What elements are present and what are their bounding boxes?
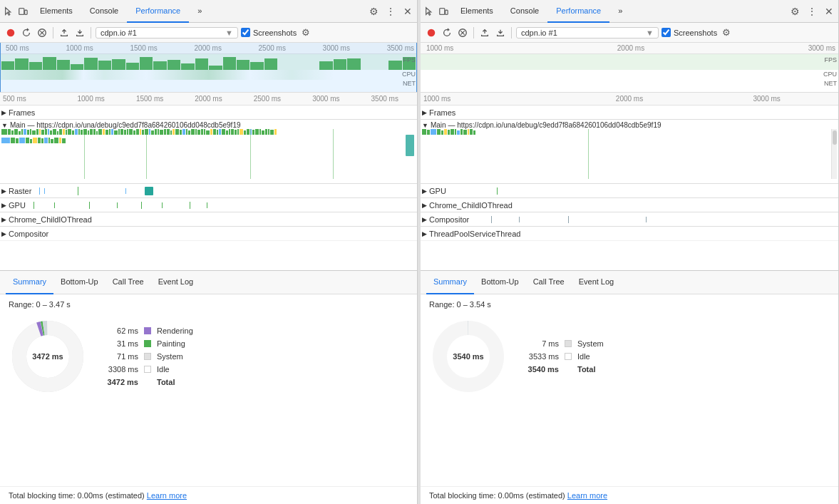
fps-label-right: FPS (824, 56, 837, 63)
screenshots-checkbox-right[interactable]: Screenshots (662, 28, 717, 37)
donut-chart-left: 3472 ms (9, 317, 87, 396)
net-bar-right: NET (421, 80, 838, 87)
upload-btn-right[interactable] (478, 26, 491, 39)
cursor-icon[interactable] (3, 6, 14, 17)
tab-more-right[interactable]: » (609, 0, 631, 23)
sep2-right (511, 27, 512, 38)
svg-rect-9 (440, 8, 445, 14)
fps-bar-right: FPS (421, 54, 838, 70)
timeline-scroll-right: 1000 ms 2000 ms 3000 ms ▶ Frames ▼ Main … (421, 93, 838, 270)
url-box-left: cdpn.io #1 ▼ (96, 27, 238, 38)
cpu-bar-left: CPU (0, 70, 417, 80)
summary-panel-right: Range: 0 – 3.54 s 3540 ms 7 ms System (421, 294, 838, 483)
detail-ruler-left: 500 ms 1000 ms 1500 ms 2000 ms 2500 ms 3… (0, 93, 417, 106)
range-text-left: Range: 0 – 3.47 s (9, 300, 408, 309)
tab-call-tree-left[interactable]: Call Tree (105, 270, 151, 294)
refresh-btn-right[interactable] (441, 26, 453, 39)
tab-console-right[interactable]: Console (502, 0, 547, 23)
learn-more-left[interactable]: Learn more (147, 491, 187, 500)
raster-chevron-left: ▶ (1, 187, 6, 195)
device-icon[interactable] (17, 6, 29, 17)
tab-call-tree-right[interactable]: Call Tree (526, 270, 572, 294)
tracks-area-left: ▶ Frames ▼ Main — https://cdpn.io/una/de… (0, 106, 417, 270)
stat-system-left: 71 ms System (104, 352, 193, 361)
main-flame-left (1, 129, 416, 179)
compositor-chevron-right: ▶ (422, 216, 427, 223)
device-icon-right[interactable] (438, 6, 449, 17)
gpu-label-left: GPU (9, 201, 26, 210)
more-icon-left[interactable]: ⋮ (384, 5, 397, 18)
tab-event-log-right[interactable]: Event Log (572, 270, 622, 294)
net-label-right: NET (824, 80, 837, 87)
capture-settings-left[interactable]: ⚙ (299, 26, 312, 39)
download-btn-left[interactable] (73, 26, 86, 39)
track-threadpool-right: ▶ ThreadPoolServiceThread (421, 227, 838, 241)
stat-system-right: 7 ms System (525, 339, 604, 348)
raster-label-left: Raster (9, 187, 31, 195)
tab-bottom-up-left[interactable]: Bottom-Up (53, 270, 105, 294)
track-chrome-child-left: ▶ Chrome_ChildIOThread (0, 212, 417, 227)
frames-chevron-right: ▶ (422, 109, 427, 116)
ruler-marks-right: 1000 ms 2000 ms 3000 ms (423, 44, 838, 52)
svg-rect-10 (446, 10, 448, 14)
tab-event-log-left[interactable]: Event Log (151, 270, 201, 294)
close-icon-right[interactable]: ✕ (823, 5, 835, 18)
gpu-chevron-right: ▶ (422, 187, 427, 195)
chrome-child-label-left: Chrome_ChildIOThread (9, 215, 92, 224)
donut-label-left: 3472 ms (32, 352, 63, 361)
settings-icon-left[interactable]: ⚙ (367, 5, 380, 18)
donut-label-right: 3540 ms (453, 352, 483, 361)
summary-stats-right: 7 ms System 3533 ms Idle 3540 ms Total (525, 339, 604, 374)
net-bar-left: NET (0, 80, 417, 87)
tab-bottom-up-right[interactable]: Bottom-Up (474, 270, 526, 294)
blocking-time-right: Total blocking time: 0.00ms (estimated) … (421, 486, 838, 504)
settings-icon-right[interactable]: ⚙ (788, 5, 801, 18)
clear-btn-left[interactable] (36, 26, 48, 39)
fps-spikes-right (421, 54, 838, 70)
more-icon-right[interactable]: ⋮ (805, 5, 818, 18)
track-frames-left: ▶ Frames (0, 106, 417, 120)
summary-panel-left: Range: 0 – 3.47 s 3472 ms (0, 294, 417, 483)
record-btn-right[interactable] (425, 26, 438, 39)
tab-performance-right[interactable]: Performance (547, 0, 609, 23)
stat-color-total (144, 379, 151, 386)
tab-performance-left[interactable]: Performance (127, 0, 189, 23)
tab-elements-left[interactable]: Elements (31, 0, 81, 23)
download-btn-right[interactable] (494, 26, 507, 39)
tracks-area-right: ▶ Frames ▼ Main — https://cdpn.io/una/de… (421, 106, 838, 270)
tab-more-left[interactable]: » (189, 0, 210, 23)
screenshots-checkbox-left[interactable]: Screenshots (241, 28, 297, 37)
cpu-label-left: CPU (402, 71, 416, 78)
stat-color-painting (144, 340, 151, 347)
clear-btn-right[interactable] (456, 26, 469, 39)
cursor-icon-right[interactable] (423, 6, 435, 17)
stat-color-rendering (144, 327, 151, 334)
chrome-child-label-right: Chrome_ChildIOThread (429, 201, 513, 210)
range-text-right: Range: 0 – 3.54 s (429, 300, 830, 309)
summary-stats-left: 62 ms Rendering 31 ms Painting 71 ms Sys… (104, 326, 193, 386)
main-label-right: Main — https://cdpn.io/una/debug/c9edd7f… (431, 121, 662, 129)
tab-summary-left[interactable]: Summary (6, 270, 53, 294)
compositor-chevron-left: ▶ (1, 230, 6, 237)
tab-console-left[interactable]: Console (81, 0, 127, 23)
cpu-label-right: CPU (823, 71, 837, 78)
close-icon-left[interactable]: ✕ (401, 5, 414, 18)
donut-chart-right: 3540 ms (429, 317, 508, 396)
capture-settings-right[interactable]: ⚙ (720, 26, 733, 39)
timeline-overview-left: 500 ms 1000 ms 1500 ms 2000 ms 2500 ms 3… (0, 43, 417, 93)
toolbar-right: cdpn.io #1 ▼ Screenshots ⚙ (421, 23, 838, 43)
stat-idle-right: 3533 ms Idle (525, 352, 604, 361)
upload-btn-left[interactable] (58, 26, 71, 39)
track-frames-right: ▶ Frames (421, 106, 838, 120)
main-flame-right (422, 129, 837, 179)
ruler-marks-left: 500 ms 1000 ms 1500 ms 2000 ms 2500 ms 3… (3, 44, 417, 52)
tab-bar-right: Elements Console Performance » ⚙ ⋮ ✕ (421, 0, 838, 23)
refresh-btn-left[interactable] (20, 26, 33, 39)
cpu-bar-right: CPU (421, 70, 838, 80)
tab-summary-right[interactable]: Summary (426, 270, 474, 294)
timeline-overview-right: 1000 ms 2000 ms 3000 ms FPS CPU NET (421, 43, 838, 93)
record-btn-left[interactable] (4, 26, 17, 39)
fps-spikes-left (0, 54, 417, 70)
learn-more-right[interactable]: Learn more (567, 491, 607, 500)
tab-elements-right[interactable]: Elements (452, 0, 502, 23)
